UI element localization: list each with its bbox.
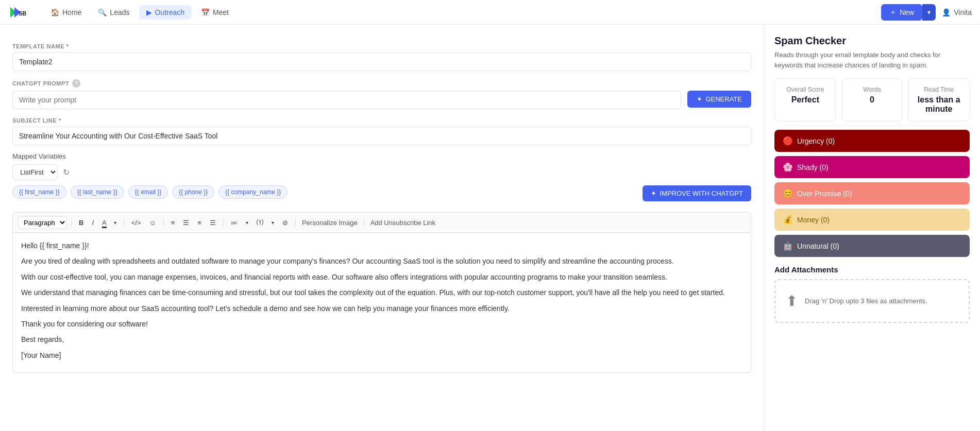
toolbar-separator-4 bbox=[223, 218, 224, 227]
chatgpt-row: ✦ GENERATE bbox=[12, 91, 751, 109]
refresh-icon[interactable]: ↻ bbox=[63, 167, 70, 177]
new-button-arrow[interactable]: ▾ bbox=[922, 4, 936, 21]
body-line-3: With our cost-effective tool, you can ma… bbox=[21, 271, 742, 283]
money-label: Money (0) bbox=[797, 216, 830, 224]
money-icon: 💰 bbox=[783, 215, 793, 225]
overall-value: Perfect bbox=[782, 95, 829, 105]
score-card-words: Words 0 bbox=[841, 78, 903, 122]
words-value: 0 bbox=[849, 95, 895, 105]
help-icon: ? bbox=[72, 79, 80, 88]
paragraph-select[interactable]: Paragraph bbox=[18, 216, 67, 229]
user-name: Vinita bbox=[954, 8, 972, 16]
chip-email[interactable]: {{ email }} bbox=[128, 185, 168, 199]
over-promise-icon: 😊 bbox=[783, 188, 793, 198]
italic-button[interactable]: I bbox=[89, 217, 97, 229]
category-shady[interactable]: 🌸 Shady (0) bbox=[774, 156, 970, 178]
unnatural-icon: 🤖 bbox=[783, 241, 793, 251]
new-button[interactable]: ＋ New bbox=[881, 4, 922, 21]
body-line-4: We understand that managing finances can… bbox=[21, 287, 742, 298]
color-group: A ▾ bbox=[99, 217, 120, 229]
leads-icon: 🔍 bbox=[98, 8, 107, 16]
category-money[interactable]: 💰 Money (0) bbox=[774, 209, 970, 231]
body-line-7: Best regards, bbox=[21, 334, 742, 345]
text-color-button[interactable]: A bbox=[99, 217, 110, 229]
align-center-button[interactable]: ☰ bbox=[180, 217, 192, 229]
generate-label: GENERATE bbox=[705, 95, 742, 103]
nav-item-outreach[interactable]: ▶ Outreach bbox=[139, 5, 192, 20]
editor-body[interactable]: Hello {{ first_name }}! Are you tired of… bbox=[12, 233, 751, 373]
variable-select[interactable]: ListFirst bbox=[12, 164, 58, 180]
body-line-2: Are you tired of dealing with spreadshee… bbox=[21, 255, 742, 267]
ordered-dropdown[interactable]: ▾ bbox=[268, 218, 277, 228]
subject-line-input[interactable] bbox=[12, 127, 751, 145]
body-line-1: Hello {{ first_name }}! bbox=[21, 240, 742, 251]
improve-label: IMPROVE WITH CHATGPT bbox=[660, 189, 743, 197]
bullet-list-button[interactable]: ≔ bbox=[228, 217, 241, 229]
outreach-icon: ▶ bbox=[146, 8, 152, 16]
subject-label: SUBJECT LINE * bbox=[12, 117, 751, 124]
shady-icon: 🌸 bbox=[783, 162, 793, 172]
body-line-5: Interested in learning more about our Sa… bbox=[21, 303, 742, 314]
generate-button[interactable]: ✦ GENERATE bbox=[687, 91, 751, 108]
clear-format-button[interactable]: ⊘ bbox=[279, 217, 291, 229]
personalize-image-label[interactable]: Personalize Image bbox=[300, 219, 360, 227]
category-urgency[interactable]: 🔴 Urgency (0) bbox=[774, 130, 970, 152]
align-left-button[interactable]: ≡ bbox=[168, 217, 178, 229]
bullet-dropdown[interactable]: ▾ bbox=[243, 218, 251, 228]
chip-last-name[interactable]: {{ last_name }} bbox=[71, 185, 124, 199]
nav-item-home[interactable]: 🏠 Home bbox=[43, 5, 89, 20]
toolbar-separator-2 bbox=[124, 218, 124, 227]
navbar: SB 🏠 Home 🔍 Leads ▶ Outreach 📅 Meet ＋ Ne… bbox=[0, 0, 980, 25]
chips-improve-row: {{ first_name }} {{ last_name }} {{ emai… bbox=[12, 185, 751, 205]
template-name-input[interactable] bbox=[12, 53, 751, 71]
words-label: Words bbox=[849, 86, 895, 93]
ordered-list-button[interactable]: ⑴ bbox=[254, 216, 266, 229]
justify-button[interactable]: ☰ bbox=[207, 217, 219, 229]
nav-items: 🏠 Home 🔍 Leads ▶ Outreach 📅 Meet bbox=[43, 5, 881, 20]
over-promise-label: Over Promise (0) bbox=[797, 189, 852, 198]
nav-right: ＋ New ▾ 👤 Vinita bbox=[881, 4, 972, 21]
emoji-button[interactable]: ☺ bbox=[146, 217, 159, 229]
chip-phone[interactable]: {{ phone }} bbox=[172, 185, 214, 199]
meet-icon: 📅 bbox=[201, 8, 210, 16]
toolbar-separator-3 bbox=[163, 218, 164, 227]
improve-button[interactable]: ✦ IMPROVE WITH CHATGPT bbox=[643, 185, 751, 201]
score-card-overall: Overall Score Perfect bbox=[774, 78, 836, 122]
variables-chips: {{ first_name }} {{ last_name }} {{ emai… bbox=[12, 185, 288, 199]
align-right-button[interactable]: ≡ bbox=[194, 217, 205, 229]
category-unnatural[interactable]: 🤖 Unnatural (0) bbox=[774, 235, 970, 257]
sparkle-icon: ✦ bbox=[697, 95, 702, 103]
category-over-promise[interactable]: 😊 Over Promise (0) bbox=[774, 182, 970, 204]
add-unsubscribe-label[interactable]: Add Unsubscribe Link bbox=[368, 219, 437, 227]
chatgpt-prompt-input[interactable] bbox=[12, 91, 681, 109]
spam-checker-panel: Spam Checker Reads through your email te… bbox=[764, 25, 980, 431]
shady-label: Shady (0) bbox=[797, 163, 829, 171]
score-card-readtime: Read Time less than a minute bbox=[908, 78, 970, 122]
editor-panel: TEMPLATE NAME * CHATGPT PROMPT ? ✦ GENER… bbox=[0, 25, 764, 431]
color-dropdown[interactable]: ▾ bbox=[111, 218, 120, 228]
required-star: * bbox=[66, 43, 69, 49]
user-area[interactable]: 👤 Vinita bbox=[942, 8, 972, 16]
upload-icon: ⬆ bbox=[786, 292, 798, 309]
urgency-label: Urgency (0) bbox=[797, 137, 835, 145]
nav-label-leads: Leads bbox=[110, 8, 129, 16]
improve-sparkle-icon: ✦ bbox=[651, 189, 656, 197]
nav-item-leads[interactable]: 🔍 Leads bbox=[91, 5, 137, 20]
body-line-6: Thank you for considering our software! bbox=[21, 318, 742, 330]
nav-label-outreach: Outreach bbox=[155, 8, 185, 16]
body-line-8: [Your Name] bbox=[21, 350, 742, 361]
spam-checker-desc: Reads through your email template body a… bbox=[774, 50, 970, 70]
code-button[interactable]: </> bbox=[128, 217, 144, 229]
variable-row: ListFirst ↻ bbox=[12, 164, 751, 180]
bold-button[interactable]: B bbox=[76, 217, 87, 229]
attachments-dropzone[interactable]: ⬆ Drag 'n' Drop upto 3 files as attachme… bbox=[774, 279, 970, 323]
nav-item-meet[interactable]: 📅 Meet bbox=[194, 5, 236, 20]
chip-first-name[interactable]: {{ first_name }} bbox=[12, 185, 66, 199]
spam-checker-title: Spam Checker bbox=[774, 35, 970, 47]
chip-company[interactable]: {{ company_name }} bbox=[218, 185, 288, 199]
attachments-label: Add Attachments bbox=[774, 265, 970, 274]
svg-text:SB: SB bbox=[19, 10, 26, 16]
home-icon: 🏠 bbox=[50, 8, 59, 16]
toolbar-separator-1 bbox=[71, 218, 72, 227]
nav-label-meet: Meet bbox=[213, 8, 229, 16]
